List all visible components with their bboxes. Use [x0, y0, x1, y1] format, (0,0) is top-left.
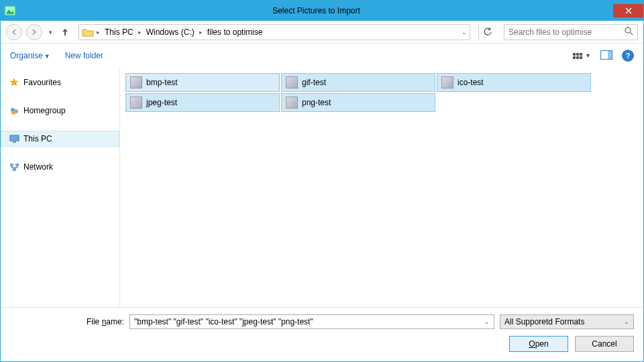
filename-input[interactable]: "bmp-test" "gif-test" "ico-test" "jpeg-t… [129, 314, 494, 329]
svg-rect-10 [10, 135, 19, 141]
file-thumb-icon [286, 76, 298, 88]
file-item[interactable]: jpeg-test [125, 93, 280, 112]
tree-label: Homegroup [23, 106, 66, 115]
navbar: ▾ ▸ This PC ▸ Windows (C:) ▸ files to op… [1, 21, 643, 44]
preview-pane-button[interactable] [600, 50, 612, 62]
search-input[interactable] [508, 27, 625, 37]
file-thumb-icon [286, 97, 298, 109]
new-folder-button[interactable]: New folder [65, 51, 103, 60]
computer-icon [9, 133, 19, 144]
close-button[interactable] [613, 4, 643, 17]
tree-label: This PC [23, 134, 52, 143]
file-thumb-icon [441, 76, 453, 88]
svg-rect-13 [15, 164, 19, 166]
toolbar: Organise▼ New folder ▼ ? [1, 44, 643, 68]
forward-button[interactable] [26, 24, 42, 40]
organise-menu[interactable]: Organise▼ [10, 51, 50, 60]
svg-point-3 [625, 27, 631, 33]
svg-line-4 [630, 32, 633, 35]
chevron-down-icon[interactable]: ⌄ [484, 318, 490, 325]
window-title: Select Pictures to Import [19, 6, 613, 15]
bottom-panel: File name: "bmp-test" "gif-test" "ico-te… [1, 307, 643, 361]
refresh-button[interactable] [478, 24, 496, 40]
chevron-right-icon: ▸ [138, 29, 142, 36]
file-name: png-test [302, 98, 331, 107]
file-name: gif-test [302, 78, 326, 87]
tree-label: Network [23, 162, 53, 172]
back-button[interactable] [6, 24, 22, 40]
file-name: bmp-test [146, 78, 178, 87]
up-button[interactable] [58, 25, 72, 39]
open-button[interactable]: Open [509, 336, 568, 352]
svg-rect-12 [10, 164, 13, 166]
nav-tree: Favourites Homegroup This PC Network [1, 68, 120, 307]
address-dropdown[interactable]: ⌄ [462, 29, 467, 36]
cancel-button[interactable]: Cancel [575, 336, 634, 352]
app-icon [1, 6, 19, 15]
chevron-down-icon: ⌄ [624, 318, 629, 325]
svg-point-2 [7, 8, 9, 10]
filename-value: "bmp-test" "gif-test" "ico-test" "jpeg-t… [134, 317, 313, 326]
chevron-right-icon: ▸ [199, 29, 203, 36]
breadcrumb[interactable]: Windows (C:) [144, 27, 197, 37]
tree-label: Favourites [23, 78, 61, 87]
file-thumb-icon [130, 97, 142, 109]
file-list: bmp-test gif-test ico-test jpeg-test png… [120, 68, 643, 307]
tree-item-network[interactable]: Network [1, 159, 119, 175]
filter-value: All Supporetd Formats [504, 317, 584, 326]
history-dropdown[interactable]: ▾ [46, 24, 54, 40]
star-icon [9, 77, 19, 88]
search-box[interactable] [504, 24, 638, 40]
file-thumb-icon [130, 76, 142, 88]
file-item[interactable]: ico-test [437, 73, 591, 92]
breadcrumb[interactable]: This PC [103, 27, 136, 37]
grid-icon [573, 53, 582, 59]
dialog-body: Favourites Homegroup This PC Network bmp… [1, 68, 643, 307]
file-item[interactable]: gif-test [281, 73, 435, 92]
search-icon [625, 27, 633, 38]
tree-item-homegroup[interactable]: Homegroup [1, 103, 119, 119]
file-name: jpeg-test [146, 98, 177, 107]
svg-rect-11 [13, 141, 16, 143]
file-item[interactable]: bmp-test [125, 73, 280, 92]
folder-icon [82, 26, 94, 38]
file-dialog-window: Select Pictures to Import ▾ ▸ This PC ▸ … [0, 0, 644, 362]
view-mode-button[interactable]: ▼ [573, 52, 591, 59]
breadcrumb[interactable]: files to optimise [205, 27, 265, 37]
svg-rect-6 [608, 51, 612, 59]
chevron-right-icon: ▸ [97, 29, 100, 36]
titlebar: Select Pictures to Import [1, 1, 643, 21]
network-icon [9, 162, 19, 172]
svg-point-9 [11, 111, 15, 115]
file-item[interactable]: png-test [281, 93, 435, 112]
tree-item-favourites[interactable]: Favourites [1, 74, 119, 90]
help-button[interactable]: ? [622, 50, 634, 62]
file-name: ico-test [458, 78, 484, 87]
address-bar[interactable]: ▸ This PC ▸ Windows (C:) ▸ files to opti… [78, 24, 470, 40]
file-type-filter[interactable]: All Supporetd Formats ⌄ [500, 314, 634, 329]
svg-rect-14 [13, 168, 16, 171]
tree-item-this-pc[interactable]: This PC [1, 131, 119, 147]
filename-label: File name: [10, 317, 124, 326]
homegroup-icon [9, 105, 19, 116]
